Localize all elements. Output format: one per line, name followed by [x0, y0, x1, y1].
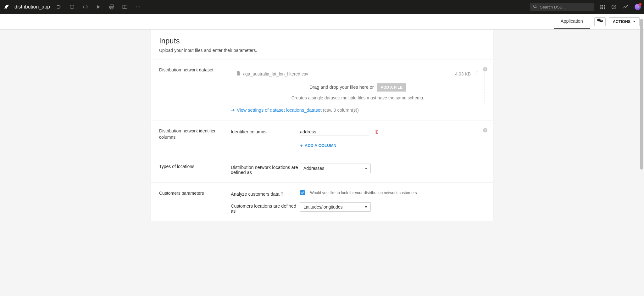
- svg-line-9: [536, 7, 537, 8]
- cycle-icon[interactable]: [69, 4, 75, 10]
- add-column-button[interactable]: + ADD A COLUMN: [300, 143, 379, 148]
- svg-rect-17: [602, 8, 603, 9]
- chevron-down-icon: [633, 21, 636, 22]
- apps-icon[interactable]: [600, 4, 605, 9]
- svg-rect-10: [600, 5, 601, 6]
- flow-icon[interactable]: [56, 4, 62, 10]
- play-icon[interactable]: [95, 4, 102, 10]
- select-value: Latitudes/longitudes: [303, 204, 343, 209]
- dnd-line: Drag and drop your files here or ADD A F…: [237, 83, 479, 92]
- chat-icon: [597, 19, 603, 25]
- subheader: Application ACTIONS: [0, 14, 644, 30]
- search-input[interactable]: [540, 5, 591, 9]
- sublabel-cust-loc: Customers locations are defined as: [231, 202, 300, 214]
- avatar[interactable]: D: [635, 4, 641, 10]
- row-distribution-dataset: Distribution network dataset /iga_austra…: [151, 59, 493, 120]
- row-customers-parameters: Customers parameters Analyze customers d…: [151, 183, 493, 221]
- row-label: Distribution network identifier columns: [159, 128, 231, 148]
- svg-point-7: [139, 7, 140, 8]
- file-name: /iga_australia_lat_lon_filtered.csv: [243, 71, 308, 76]
- view-settings-link[interactable]: View settings of dataset locations_datas…: [237, 108, 322, 113]
- project-name[interactable]: distribution_app: [14, 4, 50, 10]
- chevron-down-icon: [365, 206, 367, 208]
- plus-icon: +: [300, 143, 303, 148]
- search-box[interactable]: [530, 3, 594, 11]
- svg-rect-15: [604, 7, 605, 8]
- app-logo-icon[interactable]: [3, 3, 10, 10]
- help-icon[interactable]: ?: [483, 67, 487, 71]
- help-icon[interactable]: ?: [483, 128, 487, 132]
- row-label: Types of locations: [159, 164, 231, 175]
- dropzone-hint: Creates a single dataset: multiple files…: [237, 95, 479, 100]
- tabs: Application: [554, 14, 590, 29]
- chevron-down-icon: [365, 168, 367, 169]
- sublabel-identifier: Identifier columns: [231, 128, 300, 134]
- code-icon[interactable]: [82, 4, 88, 10]
- identifier-input[interactable]: [300, 128, 369, 136]
- svg-rect-12: [604, 5, 605, 6]
- svg-rect-11: [602, 5, 603, 6]
- trash-icon[interactable]: [375, 129, 379, 135]
- right-icons: D: [600, 4, 641, 10]
- scrollbar[interactable]: [640, 19, 643, 221]
- add-file-button[interactable]: ADD A FILE: [377, 83, 406, 92]
- svg-rect-13: [600, 7, 601, 8]
- notification-dot: [639, 3, 641, 6]
- svg-point-6: [138, 7, 139, 8]
- section-title: Inputs: [159, 36, 485, 45]
- sublabel-location-type: Distribution network locations are defin…: [231, 164, 300, 175]
- view-settings: ➔View settings of dataset locations_data…: [231, 108, 485, 113]
- topbar: distribution_app D: [0, 0, 644, 14]
- svg-rect-18: [604, 8, 605, 9]
- file-size: 4.03 KB: [455, 71, 471, 76]
- dnd-text: Drag and drop your files here or: [309, 85, 374, 90]
- row-types-of-locations: Types of locations Distribution network …: [151, 156, 493, 183]
- dashboard-icon[interactable]: [122, 4, 128, 10]
- activity-icon[interactable]: [623, 4, 628, 9]
- actions-button[interactable]: ACTIONS: [609, 17, 640, 26]
- analyze-checkbox[interactable]: [300, 190, 305, 195]
- chat-button[interactable]: [594, 17, 606, 26]
- row-label: Distribution network dataset: [159, 67, 231, 113]
- section-subtitle: Upload your input files and enter their …: [159, 48, 485, 53]
- print-icon[interactable]: [108, 4, 115, 10]
- svg-point-5: [136, 7, 137, 8]
- file-icon: [237, 71, 241, 76]
- arrow-right-icon: ➔: [231, 108, 235, 113]
- file-entry: /iga_australia_lat_lon_filtered.csv 4.03…: [237, 71, 479, 76]
- sublabel-analyze: Analyze customers data ?: [231, 190, 300, 197]
- file-dropzone[interactable]: /iga_australia_lat_lon_filtered.csv 4.03…: [231, 67, 485, 105]
- more-icon[interactable]: [135, 4, 141, 10]
- svg-rect-16: [600, 8, 601, 9]
- delete-file-icon[interactable]: [475, 71, 479, 76]
- customers-location-select[interactable]: Latitudes/longitudes: [300, 202, 371, 212]
- help-icon[interactable]: [611, 4, 616, 9]
- select-value: Addresses: [303, 166, 324, 171]
- add-column-label: ADD A COLUMN: [305, 143, 336, 148]
- svg-point-20: [613, 8, 614, 8]
- row-label: Customers parameters: [159, 190, 231, 214]
- search-icon: [533, 4, 537, 10]
- row-identifier-columns: Distribution network identifier columns …: [151, 120, 493, 156]
- tool-icons: [56, 4, 141, 10]
- inputs-panel: Inputs Upload your input files and enter…: [151, 30, 493, 221]
- scrollbar-thumb[interactable]: [640, 19, 643, 170]
- section-header: Inputs Upload your input files and enter…: [151, 30, 493, 59]
- svg-point-8: [534, 5, 536, 7]
- view-settings-meta: (csv, 3 column(s)): [323, 108, 359, 113]
- tab-application[interactable]: Application: [554, 14, 590, 29]
- location-type-select[interactable]: Addresses: [300, 164, 371, 173]
- svg-rect-3: [123, 5, 127, 9]
- analyze-desc: Would you like to look for your distribu…: [310, 191, 417, 195]
- actions-label: ACTIONS: [613, 20, 630, 24]
- svg-rect-14: [602, 7, 603, 8]
- avatar-letter: D: [636, 5, 639, 9]
